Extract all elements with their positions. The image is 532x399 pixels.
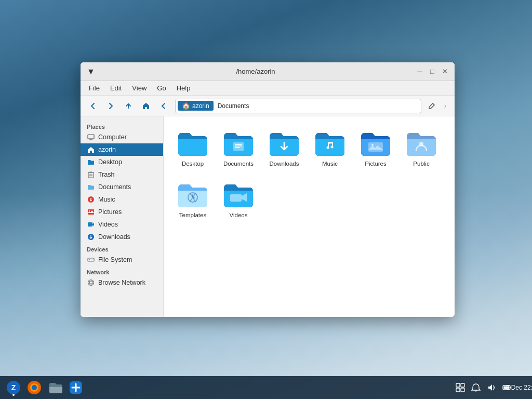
path-edit-button[interactable] xyxy=(424,99,439,113)
svg-rect-26 xyxy=(456,383,460,387)
sidebar-item-computer[interactable]: Computer xyxy=(81,131,163,143)
sidebar-item-music[interactable]: Music xyxy=(81,193,163,206)
sidebar-item-azorin[interactable]: azorin xyxy=(81,143,163,156)
minimize-button[interactable]: ─ xyxy=(415,67,424,76)
svg-point-13 xyxy=(327,147,329,149)
filesystem-label: File System xyxy=(98,256,132,263)
desktop: ▼ /home/azorin ─ □ ✕ File Edit View Go H… xyxy=(0,0,532,399)
documents-file-label: Documents xyxy=(223,160,254,168)
notifications-button[interactable] xyxy=(471,382,481,393)
network-icon xyxy=(87,278,95,287)
svg-rect-8 xyxy=(88,258,94,261)
sidebar-item-videos[interactable]: Videos xyxy=(81,218,163,231)
svg-point-10 xyxy=(88,280,94,286)
browsenetwork-label: Browse Network xyxy=(98,279,145,286)
toggle-sidebar-button[interactable] xyxy=(155,98,172,114)
menubar: File Edit View Go Help xyxy=(81,81,455,96)
menu-view[interactable]: View xyxy=(128,83,151,93)
public-file-label: Public xyxy=(413,160,429,168)
file-item-music[interactable]: Music xyxy=(309,125,351,172)
file-item-documents[interactable]: Documents xyxy=(218,125,259,172)
toolbar: 🏠 azorin Documents › xyxy=(81,96,455,116)
breadcrumb: 🏠 azorin Documents xyxy=(175,99,421,113)
file-item-public[interactable]: Public xyxy=(401,125,442,172)
svg-rect-27 xyxy=(461,383,464,387)
azorin-home-icon xyxy=(87,145,95,154)
filesystem-icon xyxy=(87,256,95,264)
music-file-label: Music xyxy=(322,160,338,168)
file-grid: Desktop Documents xyxy=(164,116,455,317)
templates-file-label: Templates xyxy=(179,211,206,219)
menu-file[interactable]: File xyxy=(85,83,104,93)
svg-rect-0 xyxy=(88,135,94,139)
file-item-downloads[interactable]: Downloads xyxy=(263,125,305,172)
desktop-file-label: Desktop xyxy=(182,160,204,168)
file-item-videos[interactable]: Videos xyxy=(218,176,259,223)
taskbar: Z xyxy=(0,376,532,399)
menu-edit[interactable]: Edit xyxy=(106,83,126,93)
taskbar-files[interactable] xyxy=(46,378,64,397)
places-section-title: Places xyxy=(81,121,163,131)
svg-rect-6 xyxy=(88,222,92,227)
svg-point-11 xyxy=(90,280,92,286)
music-label: Music xyxy=(98,196,115,203)
file-item-pictures[interactable]: Pictures xyxy=(355,125,396,172)
close-button[interactable]: ✕ xyxy=(440,67,449,76)
datetime-label: 3 Dec 22:06 xyxy=(506,384,532,391)
desktop-folder-icon xyxy=(87,158,95,166)
downloads-file-label: Downloads xyxy=(270,160,299,168)
home-button[interactable] xyxy=(138,98,154,114)
sidebar: Places Computer azorin xyxy=(81,116,164,317)
up-button[interactable] xyxy=(120,98,137,114)
svg-rect-12 xyxy=(233,142,244,151)
titlebar-menu-button[interactable]: ▼ xyxy=(86,66,96,77)
videos-folder-icon xyxy=(223,180,254,209)
taskbar-apps: Z xyxy=(4,378,85,397)
music-icon xyxy=(87,195,95,204)
devices-section-title: Devices xyxy=(81,243,163,254)
taskbar-right: 3 Dec 22:06 xyxy=(455,382,528,393)
pictures-label: Pictures xyxy=(98,208,122,216)
svg-rect-28 xyxy=(456,388,460,392)
menu-go[interactable]: Go xyxy=(153,83,170,93)
maximize-button[interactable]: □ xyxy=(428,67,437,76)
back-button[interactable] xyxy=(85,98,101,114)
sidebar-item-trash[interactable]: Trash xyxy=(81,168,163,181)
desktop-folder-icon xyxy=(177,129,208,158)
content-area: Places Computer azorin xyxy=(81,116,455,317)
videos-file-label: Videos xyxy=(230,211,248,219)
taskbar-software[interactable] xyxy=(66,378,85,397)
svg-rect-19 xyxy=(230,194,242,202)
breadcrumb-documents[interactable]: Documents xyxy=(214,101,254,111)
virtual-desktops-button[interactable] xyxy=(455,382,466,393)
file-item-templates[interactable]: Templates xyxy=(172,176,214,223)
forward-button[interactable] xyxy=(102,98,119,114)
sidebar-item-documents[interactable]: Documents xyxy=(81,181,163,193)
documents-icon xyxy=(87,183,95,191)
sidebar-item-desktop[interactable]: Desktop xyxy=(81,156,163,168)
computer-label: Computer xyxy=(98,134,127,141)
sidebar-item-pictures[interactable]: Pictures xyxy=(81,206,163,218)
sidebar-item-filesystem[interactable]: File System xyxy=(81,254,163,266)
svg-rect-15 xyxy=(368,142,383,152)
svg-point-3 xyxy=(90,200,92,202)
taskbar-zorin-menu[interactable]: Z xyxy=(4,378,23,397)
volume-button[interactable] xyxy=(486,382,497,393)
downloads-label: Downloads xyxy=(98,233,130,241)
breadcrumb-forward-button[interactable]: › xyxy=(440,99,450,113)
breadcrumb-azorin[interactable]: 🏠 azorin xyxy=(178,101,214,111)
azorin-label: azorin xyxy=(98,146,116,153)
datetime[interactable]: 3 Dec 22:06 xyxy=(517,382,528,393)
svg-point-24 xyxy=(32,385,37,390)
sidebar-item-browsenetwork[interactable]: Browse Network xyxy=(81,276,163,289)
taskbar-firefox[interactable] xyxy=(25,378,44,397)
svg-point-5 xyxy=(89,210,90,211)
videos-label: Videos xyxy=(98,221,118,228)
pictures-icon xyxy=(87,208,95,216)
menu-help[interactable]: Help xyxy=(172,83,195,93)
sidebar-item-downloads[interactable]: Downloads xyxy=(81,231,163,243)
file-item-desktop[interactable]: Desktop xyxy=(172,125,214,172)
svg-rect-29 xyxy=(461,388,464,392)
window-title: /home/azorin xyxy=(96,68,415,75)
desktop-label: Desktop xyxy=(98,158,122,166)
